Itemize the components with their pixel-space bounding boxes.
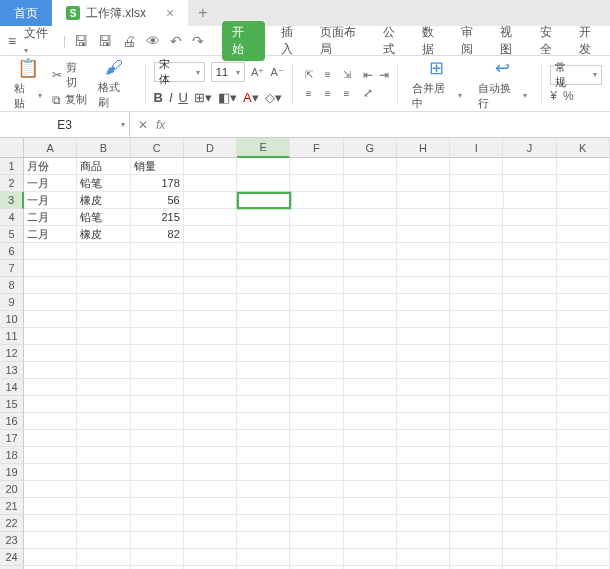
cell-D6[interactable] bbox=[184, 243, 237, 260]
cell-I16[interactable] bbox=[450, 413, 503, 430]
indent-decrease-icon[interactable]: ⇤ bbox=[363, 68, 373, 82]
cell-H23[interactable] bbox=[397, 532, 450, 549]
row-header-21[interactable]: 21 bbox=[0, 498, 24, 515]
cell-G1[interactable] bbox=[344, 158, 397, 175]
cell-E14[interactable] bbox=[237, 379, 290, 396]
cell-B14[interactable] bbox=[77, 379, 130, 396]
cell-K6[interactable] bbox=[557, 243, 610, 260]
tab-insert[interactable]: 插入 bbox=[281, 24, 304, 58]
cancel-icon[interactable]: ✕ bbox=[138, 118, 148, 132]
col-header-C[interactable]: C bbox=[131, 138, 184, 158]
cell-C22[interactable] bbox=[131, 515, 184, 532]
font-size-select[interactable]: 11▾ bbox=[211, 62, 245, 82]
row-header-13[interactable]: 13 bbox=[0, 362, 24, 379]
cell-K12[interactable] bbox=[557, 345, 610, 362]
cell-I20[interactable] bbox=[450, 481, 503, 498]
cell-C7[interactable] bbox=[131, 260, 184, 277]
fill-color-button[interactable]: ◧▾ bbox=[218, 90, 237, 105]
cell-G10[interactable] bbox=[344, 311, 397, 328]
cell-J24[interactable] bbox=[503, 549, 556, 566]
cell-C21[interactable] bbox=[131, 498, 184, 515]
cell-A12[interactable] bbox=[24, 345, 77, 362]
cell-I22[interactable] bbox=[450, 515, 503, 532]
cell-B20[interactable] bbox=[77, 481, 130, 498]
tab-review[interactable]: 审阅 bbox=[461, 24, 484, 58]
wrap-group[interactable]: ↩ 自动换行▾ bbox=[472, 57, 534, 111]
cell-F21[interactable] bbox=[290, 498, 343, 515]
cell-J1[interactable] bbox=[503, 158, 556, 175]
row-header-1[interactable]: 1 bbox=[0, 158, 24, 175]
cell-D22[interactable] bbox=[184, 515, 237, 532]
cells-area[interactable]: 月份商品销量一月铅笔178一月橡皮56二月铅笔215二月橡皮82 bbox=[24, 158, 610, 569]
cell-C20[interactable] bbox=[131, 481, 184, 498]
tab-data[interactable]: 数据 bbox=[422, 24, 445, 58]
cell-F3[interactable] bbox=[291, 192, 344, 209]
cell-F14[interactable] bbox=[290, 379, 343, 396]
cell-D16[interactable] bbox=[184, 413, 237, 430]
cell-G4[interactable] bbox=[344, 209, 397, 226]
cell-C17[interactable] bbox=[131, 430, 184, 447]
cell-A14[interactable] bbox=[24, 379, 77, 396]
col-header-B[interactable]: B bbox=[77, 138, 130, 158]
cell-A3[interactable]: 一月 bbox=[24, 192, 77, 209]
cell-C9[interactable] bbox=[131, 294, 184, 311]
cell-C24[interactable] bbox=[131, 549, 184, 566]
cell-E1[interactable] bbox=[237, 158, 290, 175]
align-left-icon[interactable]: ≡ bbox=[301, 85, 317, 101]
italic-button[interactable]: I bbox=[169, 90, 173, 105]
cell-A21[interactable] bbox=[24, 498, 77, 515]
cell-K23[interactable] bbox=[557, 532, 610, 549]
cell-F23[interactable] bbox=[290, 532, 343, 549]
cell-A20[interactable] bbox=[24, 481, 77, 498]
col-header-A[interactable]: A bbox=[24, 138, 77, 158]
underline-button[interactable]: U bbox=[179, 90, 188, 105]
cell-B19[interactable] bbox=[77, 464, 130, 481]
row-header-12[interactable]: 12 bbox=[0, 345, 24, 362]
cell-K20[interactable] bbox=[557, 481, 610, 498]
cell-H12[interactable] bbox=[397, 345, 450, 362]
cell-A7[interactable] bbox=[24, 260, 77, 277]
cell-J7[interactable] bbox=[503, 260, 556, 277]
cell-A19[interactable] bbox=[24, 464, 77, 481]
cell-F12[interactable] bbox=[290, 345, 343, 362]
cell-E17[interactable] bbox=[237, 430, 290, 447]
print-preview-icon[interactable]: 👁 bbox=[146, 33, 160, 49]
cell-F7[interactable] bbox=[290, 260, 343, 277]
more-font-button[interactable]: ◇▾ bbox=[265, 90, 282, 105]
row-header-15[interactable]: 15 bbox=[0, 396, 24, 413]
close-icon[interactable]: × bbox=[166, 5, 174, 21]
cell-C2[interactable]: 178 bbox=[131, 175, 184, 192]
cell-F6[interactable] bbox=[290, 243, 343, 260]
cell-I13[interactable] bbox=[450, 362, 503, 379]
cell-E11[interactable] bbox=[237, 328, 290, 345]
cell-K7[interactable] bbox=[557, 260, 610, 277]
cell-F22[interactable] bbox=[290, 515, 343, 532]
increase-font-icon[interactable]: A⁺ bbox=[251, 66, 264, 79]
cell-A10[interactable] bbox=[24, 311, 77, 328]
cell-B18[interactable] bbox=[77, 447, 130, 464]
col-header-H[interactable]: H bbox=[397, 138, 450, 158]
save-icon[interactable]: 🖫 bbox=[74, 33, 88, 49]
cell-H4[interactable] bbox=[397, 209, 450, 226]
cell-H11[interactable] bbox=[397, 328, 450, 345]
cell-A17[interactable] bbox=[24, 430, 77, 447]
cell-H17[interactable] bbox=[397, 430, 450, 447]
cell-I7[interactable] bbox=[450, 260, 503, 277]
cell-G12[interactable] bbox=[344, 345, 397, 362]
cell-B8[interactable] bbox=[77, 277, 130, 294]
row-header-20[interactable]: 20 bbox=[0, 481, 24, 498]
orientation-icon[interactable]: ⤢ bbox=[363, 86, 373, 100]
row-header-19[interactable]: 19 bbox=[0, 464, 24, 481]
cell-E18[interactable] bbox=[237, 447, 290, 464]
cell-K24[interactable] bbox=[557, 549, 610, 566]
cell-D8[interactable] bbox=[184, 277, 237, 294]
cell-E16[interactable] bbox=[237, 413, 290, 430]
cell-G17[interactable] bbox=[344, 430, 397, 447]
cell-A1[interactable]: 月份 bbox=[24, 158, 77, 175]
cell-H21[interactable] bbox=[397, 498, 450, 515]
cell-H22[interactable] bbox=[397, 515, 450, 532]
cell-D17[interactable] bbox=[184, 430, 237, 447]
cell-K16[interactable] bbox=[557, 413, 610, 430]
cell-K5[interactable] bbox=[557, 226, 610, 243]
cell-F16[interactable] bbox=[290, 413, 343, 430]
